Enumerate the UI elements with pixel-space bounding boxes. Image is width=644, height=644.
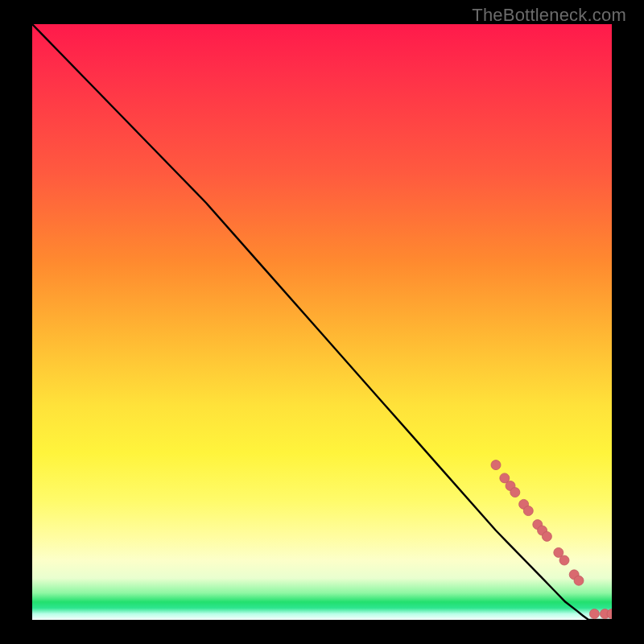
data-marker [523,506,533,516]
curve-markers [491,460,612,619]
chart-frame: TheBottleneck.com [0,0,644,644]
chart-overlay [32,24,612,620]
data-marker [510,488,520,497]
data-marker [542,531,551,541]
data-marker [491,460,501,470]
curve-line [32,24,612,620]
data-marker [589,609,599,619]
plot-area [32,24,612,620]
data-marker [574,576,584,585]
data-marker [559,555,569,565]
attribution-text: TheBottleneck.com [472,5,626,26]
